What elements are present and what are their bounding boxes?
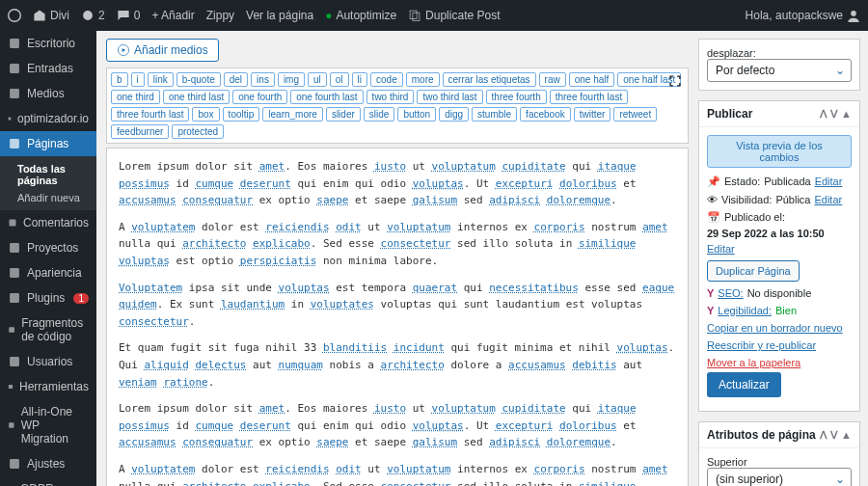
rewrite-link[interactable]: Reescribir y re-publicar: [707, 339, 816, 351]
toolbar-btn-ol[interactable]: ol: [330, 72, 349, 87]
svg-rect-4: [10, 39, 19, 48]
dashboard-icon: [8, 37, 21, 50]
sidebar-item-gdpr-cookie-compliance[interactable]: GDPR Cookie Compliance: [0, 476, 96, 486]
editor-content[interactable]: Lorem ipsum dolor sit amet. Eos maiores …: [106, 148, 689, 486]
edit-date-link[interactable]: Editar: [707, 243, 735, 255]
toolbar-btn-b[interactable]: b: [111, 72, 128, 87]
sidebar-item-fragmentos-de-c-digo[interactable]: Fragmentos de código: [0, 310, 96, 349]
parent-label: Superior: [707, 456, 852, 468]
toolbar-btn-three-fourth-last[interactable]: three fourth last: [550, 90, 628, 104]
toolbar-btn-digg[interactable]: digg: [439, 107, 469, 122]
wp-logo[interactable]: [8, 9, 21, 22]
page-icon: [8, 137, 21, 150]
content-paragraph: Lorem ipsum dolor sit amet. Eos maiores …: [119, 400, 676, 451]
zippy[interactable]: Zippy: [206, 9, 234, 22]
sidebar-item-proyectos[interactable]: Proyectos: [0, 235, 96, 260]
toolbar-btn-raw[interactable]: raw: [539, 72, 566, 87]
toolbar-btn-feedburner[interactable]: feedburner: [111, 124, 169, 139]
sidebar-item-ajustes[interactable]: Ajustes: [0, 451, 96, 476]
site-name[interactable]: Divi: [33, 9, 69, 22]
toolbar-btn-stumble[interactable]: stumble: [472, 107, 517, 122]
submenu-add-new[interactable]: Añadir nueva: [14, 189, 96, 206]
toolbar-btn-one-fourth-last[interactable]: one fourth last: [290, 90, 363, 104]
submenu-all-pages[interactable]: Todas las páginas: [14, 160, 96, 189]
sidebar-item-all-in-one-wp-migration[interactable]: All-in-One WP Migration: [0, 399, 96, 451]
trash-link[interactable]: Mover a la papelera: [707, 357, 800, 368]
duplicate-post[interactable]: Duplicate Post: [408, 9, 500, 22]
sidebar-item-entradas[interactable]: Entradas: [0, 56, 96, 81]
preview-changes-button[interactable]: Vista previa de los cambios: [707, 135, 852, 168]
svg-rect-6: [10, 89, 19, 98]
toolbar-btn-retweet[interactable]: retweet: [613, 107, 657, 122]
svg-rect-16: [9, 422, 14, 427]
user-greeting[interactable]: Hola, autopackswe: [746, 9, 860, 22]
toolbar-btn-cerrar-las-etiquetas[interactable]: cerrar las etiquetas: [443, 72, 536, 87]
toolbar-btn-three-fourth-last[interactable]: three fourth last: [111, 107, 189, 122]
parent-select[interactable]: (sin superior): [707, 468, 852, 486]
sidebar-item-medios[interactable]: Medios: [0, 81, 96, 106]
toolbar-btn-one-half[interactable]: one half: [569, 72, 615, 87]
sidebar-item-optimizador-io[interactable]: optimizador.io: [0, 106, 96, 131]
tools-icon: [8, 380, 14, 393]
toolbar-btn-ins[interactable]: ins: [251, 72, 275, 87]
toolbar-btn-b-quote[interactable]: b-quote: [176, 72, 221, 87]
toolbar-btn-i[interactable]: i: [131, 72, 145, 87]
toolbar-btn-link[interactable]: link: [148, 72, 174, 87]
scroll-select[interactable]: Por defecto: [707, 59, 852, 82]
add-media-button[interactable]: Añadir medios: [106, 39, 219, 62]
svg-rect-5: [10, 64, 19, 73]
sidebar-item-p-ginas[interactable]: Páginas: [0, 131, 96, 156]
toolbar-btn-more[interactable]: more: [406, 72, 440, 87]
svg-rect-13: [9, 327, 14, 333]
autoptimize[interactable]: ● Autoptimize: [325, 9, 396, 22]
toolbar-btn-slide[interactable]: slide: [364, 107, 395, 122]
add-new[interactable]: + Añadir: [151, 9, 194, 22]
sidebar-item-plugins[interactable]: Plugins1: [0, 285, 96, 310]
edit-visibility-link[interactable]: Editar: [814, 194, 842, 205]
toolbar-btn-learn-more[interactable]: learn_more: [262, 107, 323, 122]
toolbar-btn-one-third[interactable]: one third: [111, 90, 160, 104]
toolbar-btn-protected[interactable]: protected: [172, 124, 224, 139]
toolbar-btn-one-fourth[interactable]: one fourth: [232, 90, 287, 104]
toolbar-btn-button[interactable]: button: [397, 107, 436, 122]
toolbar-btn-ul[interactable]: ul: [308, 72, 327, 87]
toolbar-btn-img[interactable]: img: [278, 72, 305, 87]
update-button[interactable]: Actualizar: [707, 372, 781, 397]
toolbar-btn-li[interactable]: li: [352, 72, 367, 87]
toolbar-btn-three-fourth[interactable]: three fourth: [486, 90, 547, 104]
toolbar-btn-facebook[interactable]: facebook: [520, 107, 571, 122]
view-page[interactable]: Ver la página: [246, 9, 313, 22]
toolbar-btn-two-third[interactable]: two third: [366, 90, 415, 104]
settings-icon: [8, 457, 21, 471]
toolbar-btn-one-third-last[interactable]: one third last: [163, 90, 230, 104]
toolbar-btn-del[interactable]: del: [224, 72, 248, 87]
publish-title: Publicar: [707, 107, 752, 121]
content-paragraph: Et quam fugit sit fuga nihil 33 blanditi…: [119, 339, 676, 391]
comments-count[interactable]: 0: [117, 9, 141, 22]
migrate-icon: [8, 418, 15, 432]
svg-rect-11: [10, 268, 19, 278]
calendar-icon: 📅: [707, 211, 720, 224]
svg-rect-9: [9, 220, 15, 227]
copy-draft-link[interactable]: Copiar en un borrador nuevo: [707, 322, 843, 334]
sidebar-item-usuarios[interactable]: Usuarios: [0, 349, 96, 374]
toolbar-btn-box[interactable]: box: [192, 107, 219, 122]
sidebar-item-herramientas[interactable]: Herramientas: [0, 374, 96, 399]
edit-status-link[interactable]: Editar: [815, 176, 843, 187]
duplicate-page-button[interactable]: Duplicar Página: [707, 260, 800, 282]
toolbar-btn-two-third-last[interactable]: two third last: [417, 90, 482, 104]
fullscreen-icon[interactable]: [668, 74, 682, 91]
opt-icon: [8, 112, 12, 125]
updates[interactable]: 2: [81, 9, 105, 22]
scroll-panel: desplazar: Por defecto: [698, 39, 860, 91]
toolbar-btn-code[interactable]: code: [370, 72, 403, 87]
sidebar-item-apariencia[interactable]: Apariencia: [0, 260, 96, 285]
toolbar-btn-twitter[interactable]: twitter: [574, 107, 611, 122]
sidebar-item-comentarios[interactable]: Comentarios: [0, 210, 96, 235]
toolbar-btn-slider[interactable]: slider: [326, 107, 361, 122]
content-paragraph: Voluptatem ipsa sit unde voluptas est te…: [119, 280, 676, 331]
pin-icon: 📌: [707, 176, 720, 188]
sidebar-item-escritorio[interactable]: Escritorio: [0, 31, 96, 56]
toolbar-btn-tooltip[interactable]: tooltip: [223, 107, 260, 122]
eye-icon: 👁: [707, 194, 718, 205]
